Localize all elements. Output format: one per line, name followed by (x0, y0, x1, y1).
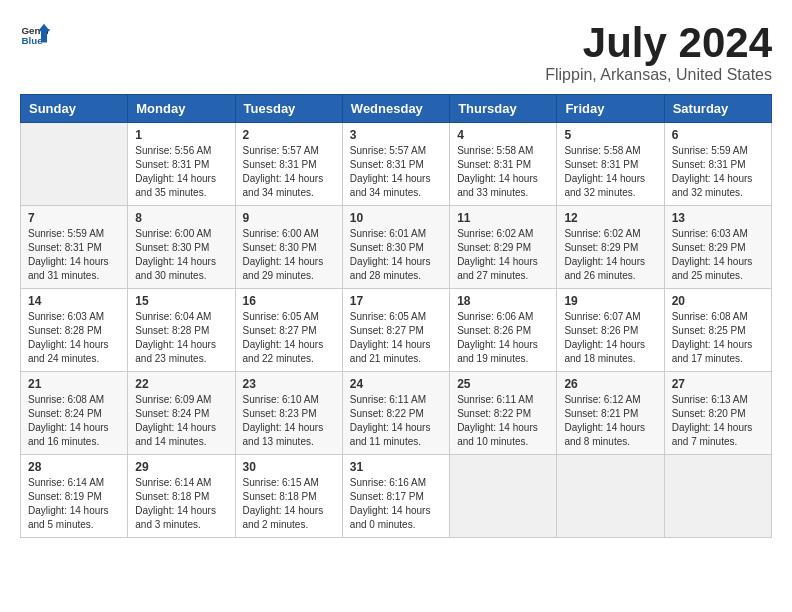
day-number: 17 (350, 294, 442, 308)
cell-data: Sunrise: 6:10 AM Sunset: 8:23 PM Dayligh… (243, 393, 335, 449)
col-friday: Friday (557, 95, 664, 123)
header: General Blue July 2024 Flippin, Arkansas… (20, 20, 772, 84)
cell-data: Sunrise: 6:01 AM Sunset: 8:30 PM Dayligh… (350, 227, 442, 283)
day-number: 16 (243, 294, 335, 308)
table-row (557, 455, 664, 538)
header-row: Sunday Monday Tuesday Wednesday Thursday… (21, 95, 772, 123)
col-saturday: Saturday (664, 95, 771, 123)
day-number: 4 (457, 128, 549, 142)
calendar-body: 1Sunrise: 5:56 AM Sunset: 8:31 PM Daylig… (21, 123, 772, 538)
cell-data: Sunrise: 6:04 AM Sunset: 8:28 PM Dayligh… (135, 310, 227, 366)
col-wednesday: Wednesday (342, 95, 449, 123)
cell-data: Sunrise: 6:06 AM Sunset: 8:26 PM Dayligh… (457, 310, 549, 366)
cell-data: Sunrise: 6:08 AM Sunset: 8:24 PM Dayligh… (28, 393, 120, 449)
table-row: 22Sunrise: 6:09 AM Sunset: 8:24 PM Dayli… (128, 372, 235, 455)
table-row (664, 455, 771, 538)
cell-data: Sunrise: 5:58 AM Sunset: 8:31 PM Dayligh… (564, 144, 656, 200)
table-row: 26Sunrise: 6:12 AM Sunset: 8:21 PM Dayli… (557, 372, 664, 455)
cell-data: Sunrise: 6:11 AM Sunset: 8:22 PM Dayligh… (350, 393, 442, 449)
month-year-title: July 2024 (545, 20, 772, 66)
day-number: 13 (672, 211, 764, 225)
col-thursday: Thursday (450, 95, 557, 123)
cell-data: Sunrise: 6:03 AM Sunset: 8:29 PM Dayligh… (672, 227, 764, 283)
day-number: 29 (135, 460, 227, 474)
cell-data: Sunrise: 6:11 AM Sunset: 8:22 PM Dayligh… (457, 393, 549, 449)
calendar-week-row: 28Sunrise: 6:14 AM Sunset: 8:19 PM Dayli… (21, 455, 772, 538)
calendar-week-row: 7Sunrise: 5:59 AM Sunset: 8:31 PM Daylig… (21, 206, 772, 289)
table-row: 14Sunrise: 6:03 AM Sunset: 8:28 PM Dayli… (21, 289, 128, 372)
day-number: 23 (243, 377, 335, 391)
day-number: 21 (28, 377, 120, 391)
calendar-week-row: 14Sunrise: 6:03 AM Sunset: 8:28 PM Dayli… (21, 289, 772, 372)
cell-data: Sunrise: 5:59 AM Sunset: 8:31 PM Dayligh… (28, 227, 120, 283)
day-number: 30 (243, 460, 335, 474)
table-row: 24Sunrise: 6:11 AM Sunset: 8:22 PM Dayli… (342, 372, 449, 455)
cell-data: Sunrise: 6:00 AM Sunset: 8:30 PM Dayligh… (135, 227, 227, 283)
col-sunday: Sunday (21, 95, 128, 123)
table-row (21, 123, 128, 206)
col-monday: Monday (128, 95, 235, 123)
table-row: 30Sunrise: 6:15 AM Sunset: 8:18 PM Dayli… (235, 455, 342, 538)
day-number: 18 (457, 294, 549, 308)
cell-data: Sunrise: 6:13 AM Sunset: 8:20 PM Dayligh… (672, 393, 764, 449)
day-number: 27 (672, 377, 764, 391)
cell-data: Sunrise: 5:57 AM Sunset: 8:31 PM Dayligh… (243, 144, 335, 200)
day-number: 15 (135, 294, 227, 308)
logo: General Blue (20, 20, 50, 50)
cell-data: Sunrise: 5:56 AM Sunset: 8:31 PM Dayligh… (135, 144, 227, 200)
table-row: 28Sunrise: 6:14 AM Sunset: 8:19 PM Dayli… (21, 455, 128, 538)
title-area: July 2024 Flippin, Arkansas, United Stat… (545, 20, 772, 84)
cell-data: Sunrise: 6:00 AM Sunset: 8:30 PM Dayligh… (243, 227, 335, 283)
day-number: 3 (350, 128, 442, 142)
calendar-week-row: 21Sunrise: 6:08 AM Sunset: 8:24 PM Dayli… (21, 372, 772, 455)
day-number: 11 (457, 211, 549, 225)
cell-data: Sunrise: 5:59 AM Sunset: 8:31 PM Dayligh… (672, 144, 764, 200)
table-row: 25Sunrise: 6:11 AM Sunset: 8:22 PM Dayli… (450, 372, 557, 455)
day-number: 10 (350, 211, 442, 225)
day-number: 6 (672, 128, 764, 142)
cell-data: Sunrise: 5:57 AM Sunset: 8:31 PM Dayligh… (350, 144, 442, 200)
day-number: 7 (28, 211, 120, 225)
cell-data: Sunrise: 6:15 AM Sunset: 8:18 PM Dayligh… (243, 476, 335, 532)
day-number: 22 (135, 377, 227, 391)
table-row: 19Sunrise: 6:07 AM Sunset: 8:26 PM Dayli… (557, 289, 664, 372)
table-row: 12Sunrise: 6:02 AM Sunset: 8:29 PM Dayli… (557, 206, 664, 289)
table-row: 18Sunrise: 6:06 AM Sunset: 8:26 PM Dayli… (450, 289, 557, 372)
cell-data: Sunrise: 5:58 AM Sunset: 8:31 PM Dayligh… (457, 144, 549, 200)
cell-data: Sunrise: 6:08 AM Sunset: 8:25 PM Dayligh… (672, 310, 764, 366)
day-number: 28 (28, 460, 120, 474)
day-number: 19 (564, 294, 656, 308)
table-row (450, 455, 557, 538)
table-row: 31Sunrise: 6:16 AM Sunset: 8:17 PM Dayli… (342, 455, 449, 538)
day-number: 9 (243, 211, 335, 225)
col-tuesday: Tuesday (235, 95, 342, 123)
table-row: 1Sunrise: 5:56 AM Sunset: 8:31 PM Daylig… (128, 123, 235, 206)
table-row: 4Sunrise: 5:58 AM Sunset: 8:31 PM Daylig… (450, 123, 557, 206)
cell-data: Sunrise: 6:05 AM Sunset: 8:27 PM Dayligh… (243, 310, 335, 366)
table-row: 3Sunrise: 5:57 AM Sunset: 8:31 PM Daylig… (342, 123, 449, 206)
day-number: 31 (350, 460, 442, 474)
cell-data: Sunrise: 6:02 AM Sunset: 8:29 PM Dayligh… (457, 227, 549, 283)
table-row: 11Sunrise: 6:02 AM Sunset: 8:29 PM Dayli… (450, 206, 557, 289)
location-subtitle: Flippin, Arkansas, United States (545, 66, 772, 84)
day-number: 2 (243, 128, 335, 142)
table-row: 5Sunrise: 5:58 AM Sunset: 8:31 PM Daylig… (557, 123, 664, 206)
cell-data: Sunrise: 6:07 AM Sunset: 8:26 PM Dayligh… (564, 310, 656, 366)
cell-data: Sunrise: 6:05 AM Sunset: 8:27 PM Dayligh… (350, 310, 442, 366)
day-number: 24 (350, 377, 442, 391)
day-number: 25 (457, 377, 549, 391)
day-number: 26 (564, 377, 656, 391)
table-row: 7Sunrise: 5:59 AM Sunset: 8:31 PM Daylig… (21, 206, 128, 289)
svg-text:Blue: Blue (22, 35, 44, 46)
table-row: 2Sunrise: 5:57 AM Sunset: 8:31 PM Daylig… (235, 123, 342, 206)
table-row: 20Sunrise: 6:08 AM Sunset: 8:25 PM Dayli… (664, 289, 771, 372)
day-number: 12 (564, 211, 656, 225)
cell-data: Sunrise: 6:03 AM Sunset: 8:28 PM Dayligh… (28, 310, 120, 366)
table-row: 27Sunrise: 6:13 AM Sunset: 8:20 PM Dayli… (664, 372, 771, 455)
cell-data: Sunrise: 6:12 AM Sunset: 8:21 PM Dayligh… (564, 393, 656, 449)
cell-data: Sunrise: 6:09 AM Sunset: 8:24 PM Dayligh… (135, 393, 227, 449)
cell-data: Sunrise: 6:02 AM Sunset: 8:29 PM Dayligh… (564, 227, 656, 283)
calendar-header: Sunday Monday Tuesday Wednesday Thursday… (21, 95, 772, 123)
table-row: 29Sunrise: 6:14 AM Sunset: 8:18 PM Dayli… (128, 455, 235, 538)
day-number: 20 (672, 294, 764, 308)
